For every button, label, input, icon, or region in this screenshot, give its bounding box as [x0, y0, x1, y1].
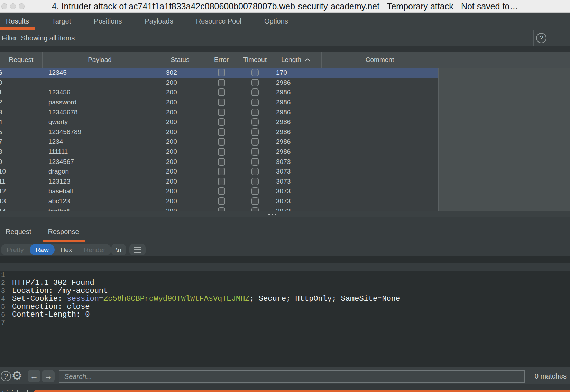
cell-status: 302 [157, 69, 203, 76]
table-row[interactable]: 11 123123 200 3073 [0, 177, 438, 187]
cell-timeout [240, 178, 270, 185]
cell-length: 2986 [270, 79, 322, 86]
cell-status: 200 [157, 207, 203, 211]
zoom-button[interactable] [19, 3, 25, 9]
table-row[interactable]: 12 baseball 200 3073 [0, 186, 438, 196]
error-checkbox [218, 158, 225, 166]
response-editor[interactable]: 1 HTTP/1.1 302 Found 2 Location: /my-acc… [0, 256, 570, 367]
close-button[interactable] [1, 3, 7, 9]
tab-results[interactable]: Results [0, 13, 35, 30]
error-checkbox [218, 138, 225, 146]
view-mode-group: Pretty Raw Hex Render [1, 244, 111, 255]
cell-request: 5 [0, 128, 43, 136]
error-checkbox [218, 207, 225, 211]
tab-resource-pool[interactable]: Resource Pool [190, 13, 247, 30]
intruder-attack-window: 4. Intruder attack of ac741f1a1f833a42c0… [0, 0, 570, 392]
cell-status: 200 [157, 99, 203, 106]
table-row[interactable]: 10 dragon 200 3073 [0, 167, 438, 177]
column-header-timeout[interactable]: Timeout [240, 52, 270, 68]
tab-options[interactable]: Options [258, 13, 294, 30]
filter-bar[interactable]: Filter: Showing all items [0, 30, 570, 46]
column-header-length[interactable]: Length [270, 52, 322, 68]
sort-ascending-icon [305, 58, 310, 62]
view-mode-hex[interactable]: Hex [55, 244, 78, 255]
cell-timeout [240, 207, 270, 211]
column-header-request[interactable]: Request [0, 52, 43, 68]
cell-status: 200 [157, 187, 203, 195]
timeout-checkbox [251, 207, 259, 211]
cell-request: 13 [0, 197, 43, 205]
table-row[interactable]: 1 123456 200 2986 [0, 87, 438, 97]
column-header-error[interactable]: Error [203, 52, 240, 68]
cell-length: 3073 [270, 197, 322, 205]
cell-length: 170 [270, 69, 322, 76]
tab-positions[interactable]: Positions [88, 13, 128, 30]
search-bar: ? ⚙︎ ← → 0 matches [0, 367, 570, 384]
splitter-grip-icon [268, 214, 276, 215]
cell-error [203, 148, 240, 156]
tab-request[interactable]: Request [0, 217, 37, 242]
cell-payload: password [43, 99, 157, 106]
cell-error [203, 99, 240, 106]
search-help-icon[interactable]: ? [1, 371, 11, 381]
timeout-checkbox [251, 178, 259, 185]
filter-help-icon[interactable]: ? [536, 33, 546, 43]
search-settings-gear-icon[interactable]: ⚙︎ [11, 369, 22, 383]
table-row[interactable]: 4 qwerty 200 2986 [0, 117, 438, 127]
line-number: 7 [0, 319, 5, 327]
table-row[interactable]: 7 1234 200 2986 [0, 137, 438, 147]
cell-length: 2986 [270, 138, 322, 146]
next-match-button[interactable]: → [42, 370, 55, 382]
search-input[interactable] [59, 370, 525, 383]
code-line: 6 [0, 303, 570, 311]
table-row[interactable]: 2 password 200 2986 [0, 97, 438, 108]
editor-menu-button[interactable] [129, 244, 146, 255]
cell-payload: 1234 [43, 138, 157, 146]
cell-payload: 111111 [43, 148, 157, 156]
table-row[interactable]: 6 12345 302 170 [0, 68, 438, 78]
cell-request: 3 [0, 109, 43, 116]
cell-status: 200 [157, 88, 203, 96]
table-row[interactable]: 3 12345678 200 2986 [0, 107, 438, 117]
table-row[interactable]: 14 football 200 3073 [0, 206, 438, 211]
match-count: 0 matches [535, 367, 567, 385]
tab-payloads[interactable]: Payloads [139, 13, 179, 30]
cell-payload: 123456 [43, 88, 157, 96]
view-mode-raw[interactable]: Raw [30, 244, 55, 255]
panel-splitter[interactable] [0, 211, 570, 217]
code-line: 3 Set-Cookie: session=Zc58hGCBPrcWyd9OTW… [0, 279, 570, 287]
error-checkbox [218, 109, 225, 116]
cell-status: 200 [157, 148, 203, 156]
hamburger-icon [134, 247, 141, 248]
show-newlines-button[interactable]: \n [111, 244, 126, 255]
timeout-checkbox [251, 168, 259, 175]
tab-target[interactable]: Target [46, 13, 77, 30]
error-checkbox [218, 197, 225, 205]
results-table-header: Request Payload Status Error Timeout Len… [0, 52, 570, 68]
table-row[interactable]: 8 111111 200 2986 [0, 147, 438, 157]
column-header-payload[interactable]: Payload [43, 52, 157, 68]
timeout-checkbox [251, 158, 259, 166]
table-row[interactable]: 13 abc123 200 3073 [0, 196, 438, 206]
column-header-comment[interactable]: Comment [322, 52, 438, 68]
cell-error [203, 178, 240, 185]
tab-response[interactable]: Response [43, 217, 85, 242]
attack-progress-bar [34, 390, 570, 392]
table-row[interactable]: 5 123456789 200 2986 [0, 127, 438, 137]
cell-error [203, 69, 240, 76]
table-row[interactable]: 0 200 2986 [0, 78, 438, 88]
previous-match-button[interactable]: ← [28, 370, 40, 382]
table-row[interactable]: 9 1234567 200 3073 [0, 157, 438, 167]
column-header-status[interactable]: Status [157, 52, 203, 68]
timeout-checkbox [251, 128, 259, 136]
timeout-checkbox [251, 148, 259, 156]
message-tab-bar: Request Response [0, 217, 570, 242]
view-mode-pretty: Pretty [1, 244, 30, 255]
error-checkbox [218, 187, 225, 195]
error-checkbox [218, 118, 225, 126]
main-tab-bar: Results Target Positions Payloads Resour… [0, 13, 570, 30]
cell-request: 2 [0, 99, 43, 106]
minimize-button[interactable] [10, 3, 16, 9]
column-header-length-label: Length [281, 56, 301, 64]
cell-payload: 123456789 [43, 128, 157, 136]
